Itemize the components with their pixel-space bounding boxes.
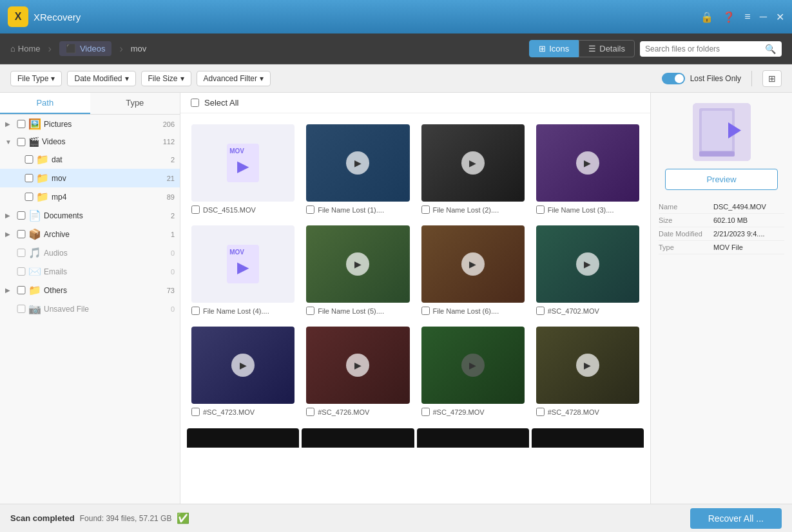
play-button[interactable]: ▶ (346, 151, 369, 175)
home-button[interactable]: ⌂ Home (10, 44, 41, 53)
date-modified-filter[interactable]: Date Modified ▾ (67, 71, 135, 86)
sidebar-item-videos[interactable]: ▼ 🎬 Videos 112 (0, 133, 180, 150)
sidebar-item-emails[interactable]: ✉️ Emails 0 (0, 262, 180, 281)
file-size-filter[interactable]: File Size ▾ (141, 71, 191, 86)
file-checkbox[interactable] (536, 307, 545, 315)
file-item[interactable]: ▶ File Name Lost (5).... (300, 220, 415, 321)
file-item[interactable]: ▶ #SC_4728.MOV (530, 321, 645, 422)
file-grid: MOV ▶ DSC_4515.MOV ▶ File Name Los (180, 113, 650, 427)
file-item[interactable]: MOV ▶ DSC_4515.MOV (186, 119, 300, 220)
file-item[interactable]: ▶ File Name Lost (1).... (300, 119, 415, 220)
pictures-checkbox[interactable] (17, 120, 26, 128)
videos-checkbox[interactable] (17, 138, 26, 146)
file-checkbox[interactable] (536, 205, 545, 214)
file-checkbox[interactable] (191, 307, 200, 315)
file-name: File Name Lost (2).... (433, 206, 499, 214)
preview-button[interactable]: Preview (665, 169, 778, 190)
sidebar-item-mov[interactable]: 📁 mov 21 (0, 169, 180, 187)
file-thumbnail: ▶ (421, 225, 525, 303)
mp4-icon: 📁 (36, 191, 49, 203)
file-item[interactable]: ▶ #SC_4723.MOV (186, 321, 300, 422)
play-button[interactable]: ▶ (461, 151, 485, 175)
tab-path[interactable]: Path (0, 93, 90, 114)
icons-view-button[interactable]: ⊞ Icons (529, 40, 579, 57)
main-area: Path Type ▶ 🖼️ Pictures 206 ▼ 🎬 Videos 1… (0, 93, 792, 504)
recover-all-button[interactable]: Recover All ... (690, 508, 782, 529)
sidebar-item-archive[interactable]: ▶ 📦 Archive 1 (0, 225, 180, 243)
sidebar-item-dat[interactable]: 📁 dat 2 (0, 150, 180, 169)
bottombar: Scan completed Found: 394 files, 57.21 G… (0, 504, 792, 532)
file-thumbnail: ▶ (306, 327, 409, 404)
play-button[interactable]: ▶ (461, 252, 485, 276)
file-type-filter[interactable]: File Type ▾ (10, 71, 62, 86)
details-view-button[interactable]: ☰ Details (579, 40, 635, 57)
file-item[interactable]: ▶ File Name Lost (2).... (416, 119, 530, 220)
file-checkbox[interactable] (191, 205, 200, 214)
file-item[interactable]: ▶ File Name Lost (3).... (530, 119, 645, 220)
archive-icon: 📦 (28, 228, 41, 240)
select-all-checkbox[interactable] (191, 99, 199, 107)
sidebar-item-others[interactable]: ▶ 📁 Others 73 (0, 281, 180, 299)
menu-icon[interactable]: ≡ (744, 11, 750, 23)
audios-checkbox[interactable] (17, 249, 26, 257)
search-input[interactable] (645, 44, 761, 53)
icons-view-icon: ⊞ (539, 44, 546, 53)
play-button[interactable]: ▶ (576, 151, 599, 175)
preview-thumbnail (693, 103, 751, 161)
file-thumbnail: ▶ (536, 124, 639, 202)
titlebar: X XRecovery 🔒 ❓ ≡ ─ ✕ (0, 0, 792, 33)
file-checkbox[interactable] (191, 408, 200, 416)
lock-icon[interactable]: 🔒 (700, 11, 713, 23)
play-button[interactable]: ▶ (576, 252, 599, 276)
file-thumbnail: MOV ▶ (191, 225, 295, 303)
app-name: XRecovery (34, 12, 700, 23)
lost-files-switch[interactable] (662, 73, 685, 84)
play-button[interactable]: ▶ (346, 252, 369, 276)
emails-icon: ✉️ (28, 265, 41, 278)
documents-icon: 📄 (28, 209, 41, 222)
sidebar-item-audios[interactable]: 🎵 Audios 0 (0, 243, 180, 262)
help-icon[interactable]: ❓ (722, 11, 735, 23)
expand-icon2: ▶ (5, 212, 14, 219)
minimize-button[interactable]: ─ (760, 11, 767, 23)
play-button[interactable]: ▶ (231, 354, 255, 377)
filter-settings-button[interactable]: ⊞ (762, 70, 782, 87)
file-checkbox[interactable] (421, 307, 430, 315)
sidebar-item-documents[interactable]: ▶ 📄 Documents 2 (0, 206, 180, 225)
sidebar-item-pictures[interactable]: ▶ 🖼️ Pictures 206 (0, 115, 180, 133)
mov-checkbox[interactable] (24, 174, 34, 182)
advanced-filter-button[interactable]: Advanced Filter ▾ (197, 71, 271, 86)
file-grid-area: Select All MOV ▶ DSC_4515.MOV (180, 93, 650, 504)
play-button[interactable]: ▶ (576, 354, 599, 377)
archive-checkbox[interactable] (17, 230, 26, 238)
view-toggle: ⊞ Icons ☰ Details (529, 40, 635, 57)
documents-checkbox[interactable] (17, 211, 26, 220)
play-button[interactable]: ▶ (461, 354, 485, 377)
details-view-icon: ☰ (588, 44, 596, 53)
breadcrumb-separator: › (48, 43, 52, 55)
others-checkbox[interactable] (17, 286, 26, 294)
file-item[interactable]: ▶ #SC_4702.MOV (530, 220, 645, 321)
file-item[interactable]: ▶ #SC_4729.MOV (416, 321, 530, 422)
file-item[interactable]: MOV ▶ File Name Lost (4).... (186, 220, 300, 321)
mp4-checkbox[interactable] (24, 193, 34, 201)
file-checkbox[interactable] (536, 408, 545, 416)
file-checkbox[interactable] (306, 307, 314, 315)
close-button[interactable]: ✕ (776, 11, 784, 23)
sidebar-item-unsaved[interactable]: 📷 Unsaved File 0 (0, 299, 180, 318)
file-item[interactable]: ▶ File Name Lost (6).... (416, 220, 530, 321)
tab-type[interactable]: Type (90, 93, 180, 114)
play-button[interactable]: ▶ (346, 354, 369, 377)
file-checkbox[interactable] (306, 205, 314, 214)
file-thumbnail: ▶ (536, 225, 639, 303)
sidebar-item-mp4[interactable]: 📁 mp4 89 (0, 187, 180, 206)
dat-checkbox[interactable] (24, 155, 34, 164)
file-item[interactable]: ▶ #SC_4726.MOV (300, 321, 415, 422)
breadcrumb-videos[interactable]: ⬛ Videos (59, 41, 112, 56)
file-checkbox[interactable] (421, 408, 430, 416)
dat-icon: 📁 (36, 153, 49, 166)
file-checkbox[interactable] (421, 205, 430, 214)
emails-checkbox[interactable] (17, 267, 26, 276)
file-checkbox[interactable] (306, 408, 314, 416)
unsaved-checkbox[interactable] (17, 305, 26, 313)
